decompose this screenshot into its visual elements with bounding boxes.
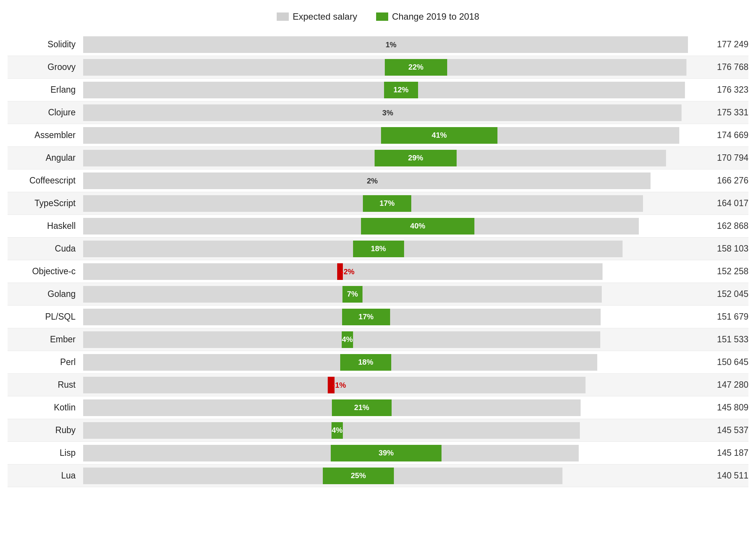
bar-row: Lua25%140 511: [8, 465, 748, 487]
value-label: 145 537: [688, 425, 748, 435]
bar-row: Clojure3%175 331: [8, 101, 748, 124]
value-label: 166 276: [688, 176, 748, 186]
chart-legend: Expected salary Change 2019 to 2018: [8, 11, 748, 22]
bar-label: Rust: [8, 380, 83, 390]
change-bar: 17%: [363, 195, 411, 212]
bar-track: 29%: [83, 150, 688, 166]
bar-row: Golang7%152 045: [8, 283, 748, 306]
value-label: 152 045: [688, 289, 748, 299]
change-bar: 41%: [381, 127, 497, 144]
bar-track: 18%: [83, 354, 688, 371]
value-label: 174 669: [688, 130, 748, 140]
change-bar: 4%: [332, 422, 343, 439]
change-bar: 7%: [342, 286, 363, 303]
value-label: 150 645: [688, 357, 748, 367]
bar-label: Cuda: [8, 244, 83, 254]
chart-container: Expected salary Change 2019 to 2018 Soli…: [0, 0, 756, 502]
bar-row: Rust-1%147 280: [8, 374, 748, 396]
change-bar: 29%: [375, 150, 457, 166]
bar-track: 39%: [83, 445, 688, 461]
value-label: 164 017: [688, 198, 748, 208]
value-label: 140 511: [688, 471, 748, 481]
change-bar: 4%: [342, 331, 353, 348]
value-label: 151 533: [688, 334, 748, 345]
bar-label: Assembler: [8, 130, 83, 140]
bar-track: 1%: [83, 36, 688, 53]
legend-change-label: Change 2019 to 2018: [392, 11, 479, 22]
change-bar: 40%: [361, 218, 474, 235]
bar-row: Cuda18%158 103: [8, 238, 748, 260]
bar-row: TypeScript17%164 017: [8, 192, 748, 215]
bar-row: Assembler41%174 669: [8, 124, 748, 147]
bar-label: Clojure: [8, 107, 83, 118]
bar-track: 4%: [83, 422, 688, 439]
change-label-negative: -1%: [333, 381, 346, 389]
bar-row: Solidity1%177 249: [8, 33, 748, 56]
legend-expected: Expected salary: [277, 11, 357, 22]
bar-row: Perl18%150 645: [8, 351, 748, 374]
bar-track: 22%: [83, 59, 688, 76]
bar-track: 17%: [83, 309, 688, 325]
value-label: 147 280: [688, 380, 748, 390]
bar-label: PL/SQL: [8, 312, 83, 322]
value-label: 176 323: [688, 85, 748, 95]
bar-label: Haskell: [8, 221, 83, 231]
change-pct-label: 3%: [382, 108, 393, 117]
bar-label: Lua: [8, 471, 83, 481]
change-bar: 22%: [385, 59, 447, 76]
change-label-negative: -2%: [341, 267, 355, 276]
legend-expected-box: [277, 12, 289, 21]
bar-track: 4%: [83, 331, 688, 348]
value-label: 151 679: [688, 312, 748, 322]
change-bar: 18%: [353, 241, 404, 257]
bar-label: Ruby: [8, 425, 83, 435]
bar-row: Groovy22%176 768: [8, 56, 748, 79]
bar-label: Groovy: [8, 62, 83, 72]
bar-row: Ruby4%145 537: [8, 419, 748, 442]
change-pct-label: 1%: [386, 40, 397, 49]
value-label: 162 868: [688, 221, 748, 231]
bar-track: -2%: [83, 263, 688, 280]
change-bar: 17%: [342, 309, 390, 325]
bar-row: Kotlin21%145 809: [8, 396, 748, 419]
bar-row: Objective-c-2%152 258: [8, 260, 748, 283]
bar-label: Erlang: [8, 85, 83, 95]
value-label: 176 768: [688, 62, 748, 72]
bar-label: Angular: [8, 153, 83, 163]
bar-track: 2%: [83, 172, 688, 189]
bar-row: PL/SQL17%151 679: [8, 306, 748, 328]
value-label: 170 794: [688, 153, 748, 163]
legend-change: Change 2019 to 2018: [376, 11, 479, 22]
bar-track: -1%: [83, 377, 688, 393]
bar-label: Kotlin: [8, 402, 83, 413]
bar-label: Coffeescript: [8, 176, 83, 186]
bars-area: Solidity1%177 249Groovy22%176 768Erlang1…: [8, 33, 748, 487]
value-label: 177 249: [688, 39, 748, 50]
bar-label: Perl: [8, 357, 83, 367]
bar-label: Solidity: [8, 39, 83, 50]
bar-track: 25%: [83, 468, 688, 484]
bar-row: Lisp39%145 187: [8, 442, 748, 465]
value-label: 152 258: [688, 266, 748, 277]
bar-row: Haskell40%162 868: [8, 215, 748, 238]
change-bar: 12%: [384, 82, 418, 98]
bar-row: Angular29%170 794: [8, 147, 748, 169]
legend-expected-label: Expected salary: [293, 11, 357, 22]
bar-track: 21%: [83, 399, 688, 416]
change-bar: 25%: [323, 468, 394, 484]
change-bar: 21%: [332, 399, 392, 416]
bar-label: Ember: [8, 334, 83, 345]
bar-track: 18%: [83, 241, 688, 257]
bar-label: Objective-c: [8, 266, 83, 277]
bar-label: Lisp: [8, 448, 83, 458]
bar-row: Ember4%151 533: [8, 328, 748, 351]
bar-row: Coffeescript2%166 276: [8, 169, 748, 192]
change-pct-label: 2%: [367, 176, 378, 185]
bar-track: 3%: [83, 104, 688, 121]
bar-track: 12%: [83, 82, 688, 98]
bar-track: 7%: [83, 286, 688, 303]
change-bar: 18%: [340, 354, 391, 371]
value-label: 175 331: [688, 107, 748, 118]
bar-label: TypeScript: [8, 198, 83, 208]
bar-row: Erlang12%176 323: [8, 79, 748, 101]
